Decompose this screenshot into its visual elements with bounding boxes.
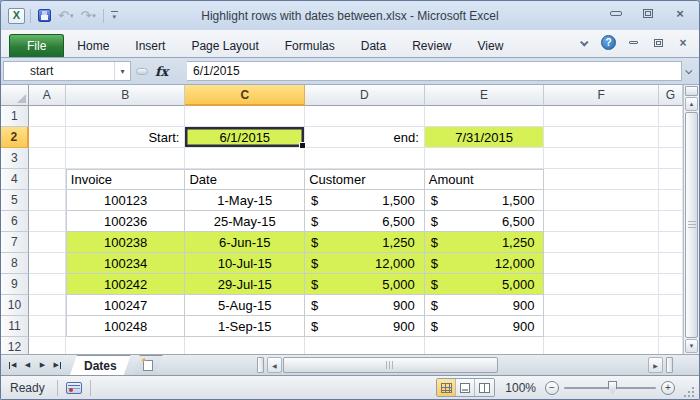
cell-D10[interactable]: $900 — [305, 295, 425, 316]
insert-function-button[interactable]: fx — [155, 64, 168, 79]
cell-A6[interactable] — [29, 211, 66, 232]
cell-D4[interactable]: Customer — [305, 169, 425, 190]
page-layout-view-button[interactable] — [456, 379, 475, 396]
row-header-2[interactable]: 2 — [1, 127, 29, 148]
cell-E11[interactable]: $900 — [425, 316, 545, 337]
previous-sheet-button[interactable]: ◀ — [21, 358, 34, 373]
cell-C10[interactable]: 5-Aug-15 — [185, 295, 305, 316]
cell-B6[interactable]: 100236 — [66, 211, 186, 232]
name-box[interactable]: start ▾ — [3, 61, 131, 81]
cell-B12[interactable] — [66, 337, 186, 354]
cell-A8[interactable] — [29, 253, 66, 274]
scroll-right-button[interactable]: ▶ — [648, 357, 663, 373]
zoom-level[interactable]: 100% — [505, 381, 536, 395]
cell-E4[interactable]: Amount — [425, 169, 545, 190]
zoom-in-button[interactable]: + — [661, 381, 675, 395]
column-header-G[interactable]: G — [659, 85, 683, 106]
cell-G5[interactable] — [659, 190, 683, 211]
cell-F6[interactable] — [544, 211, 659, 232]
cell-D3[interactable] — [305, 148, 425, 169]
cell-A5[interactable] — [29, 190, 66, 211]
cell-E12[interactable] — [425, 337, 545, 354]
row-header-1[interactable]: 1 — [1, 106, 29, 127]
next-sheet-button[interactable]: ▶ — [36, 358, 49, 373]
vertical-scroll-thumb[interactable] — [685, 112, 698, 338]
zoom-slider-thumb[interactable] — [608, 381, 617, 394]
cell-B1[interactable] — [66, 106, 186, 127]
excel-logo-icon[interactable]: X — [8, 8, 25, 24]
cell-A2[interactable] — [29, 127, 66, 148]
cell-F4[interactable] — [544, 169, 659, 190]
cell-G1[interactable] — [659, 106, 683, 127]
cell-G2[interactable] — [659, 127, 683, 148]
cell-B3[interactable] — [66, 148, 186, 169]
ribbon-tab-formulas[interactable]: Formulas — [272, 34, 348, 57]
normal-view-button[interactable] — [437, 379, 456, 396]
cell-G8[interactable] — [659, 253, 683, 274]
row-header-12[interactable]: 12 — [1, 337, 29, 354]
cell-F10[interactable] — [544, 295, 659, 316]
redo-button[interactable]: ↷ ▾ — [78, 7, 97, 25]
row-header-3[interactable]: 3 — [1, 148, 29, 169]
cell-E3[interactable] — [425, 148, 545, 169]
row-header-6[interactable]: 6 — [1, 211, 29, 232]
cell-C11[interactable]: 1-Sep-15 — [185, 316, 305, 337]
cell-C6[interactable]: 25-May-15 — [185, 211, 305, 232]
cell-D1[interactable] — [305, 106, 425, 127]
vertical-split-handle[interactable] — [685, 86, 698, 96]
cell-G10[interactable] — [659, 295, 683, 316]
cell-D11[interactable]: $900 — [305, 316, 425, 337]
workbook-restore-button[interactable] — [650, 37, 666, 49]
formula-input[interactable]: 6/1/2015 — [187, 61, 682, 81]
column-header-F[interactable]: F — [544, 85, 659, 106]
column-header-E[interactable]: E — [425, 85, 545, 106]
ribbon-tab-review[interactable]: Review — [399, 34, 464, 57]
workbook-minimize-button[interactable] — [625, 37, 641, 49]
cell-A1[interactable] — [29, 106, 66, 127]
last-sheet-button[interactable]: ▶ — [51, 358, 64, 373]
cell-C7[interactable]: 6-Jun-15 — [185, 232, 305, 253]
first-sheet-button[interactable]: ◀ — [6, 358, 19, 373]
cell-B8[interactable]: 100234 — [66, 253, 186, 274]
cell-A3[interactable] — [29, 148, 66, 169]
cell-F8[interactable] — [544, 253, 659, 274]
column-header-D[interactable]: D — [305, 85, 425, 106]
cell-E7[interactable]: $1,250 — [425, 232, 545, 253]
cell-A10[interactable] — [29, 295, 66, 316]
ribbon-tab-insert[interactable]: Insert — [122, 34, 178, 57]
redo-dropdown-icon[interactable]: ▾ — [92, 12, 96, 20]
cell-C5[interactable]: 1-May-15 — [185, 190, 305, 211]
expand-formula-bar-button[interactable] — [682, 61, 697, 81]
expand-ribbon-button[interactable] — [578, 36, 592, 50]
undo-button[interactable]: ↶ ▾ — [56, 7, 75, 25]
undo-dropdown-icon[interactable]: ▾ — [70, 12, 74, 20]
cell-D5[interactable]: $1,500 — [305, 190, 425, 211]
row-header-11[interactable]: 11 — [1, 316, 29, 337]
cell-D8[interactable]: $12,000 — [305, 253, 425, 274]
cell-G12[interactable] — [659, 337, 683, 354]
cell-C9[interactable]: 29-Jul-15 — [185, 274, 305, 295]
name-box-value[interactable]: start — [4, 64, 114, 78]
save-button[interactable] — [36, 7, 53, 25]
column-header-A[interactable]: A — [29, 85, 66, 106]
cell-A4[interactable] — [29, 169, 66, 190]
zoom-slider[interactable] — [564, 381, 656, 395]
cell-B5[interactable]: 100123 — [66, 190, 186, 211]
cell-D2[interactable]: end: — [305, 127, 425, 148]
cell-G11[interactable] — [659, 316, 683, 337]
cell-B2[interactable]: Start: — [66, 127, 186, 148]
cell-A12[interactable] — [29, 337, 66, 354]
vertical-scroll-track[interactable] — [684, 112, 699, 338]
row-header-5[interactable]: 5 — [1, 190, 29, 211]
splitter-handle[interactable] — [136, 68, 148, 75]
column-header-C[interactable]: C — [185, 85, 305, 106]
horizontal-scroll-track[interactable] — [283, 357, 647, 373]
row-header-4[interactable]: 4 — [1, 169, 29, 190]
cell-B4[interactable]: Invoice — [66, 169, 186, 190]
sheet-tab-dates[interactable]: Dates — [70, 355, 131, 375]
page-break-view-button[interactable] — [475, 379, 494, 396]
cell-F1[interactable] — [544, 106, 659, 127]
select-all-corner[interactable] — [1, 85, 29, 106]
cell-E9[interactable]: $5,000 — [425, 274, 545, 295]
cell-G6[interactable] — [659, 211, 683, 232]
